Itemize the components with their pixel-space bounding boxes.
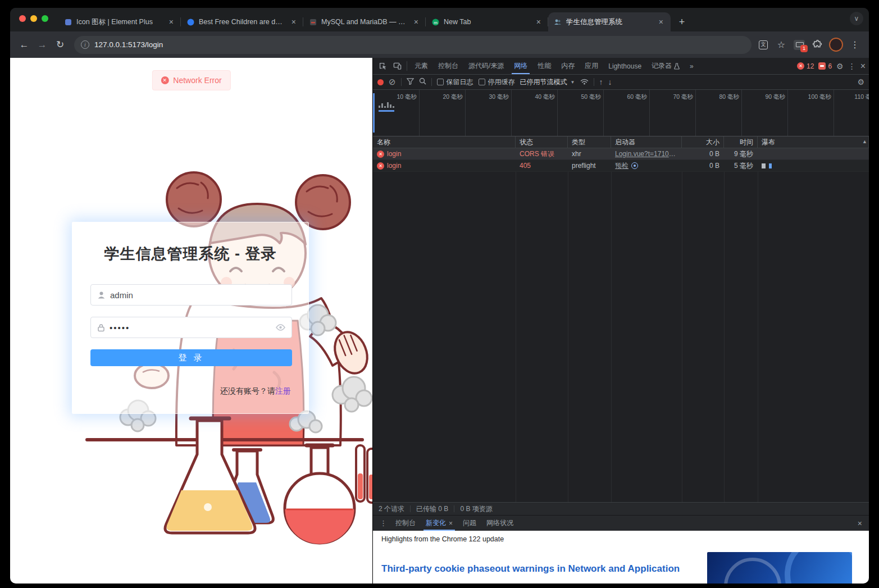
profile-avatar[interactable] bbox=[829, 38, 843, 52]
clear-network-log-icon[interactable]: ⊘ bbox=[389, 77, 396, 87]
tab-strip-right: ∨ bbox=[850, 8, 869, 31]
tab-close-icon[interactable]: × bbox=[290, 17, 298, 26]
toast-message: Network Error bbox=[173, 76, 221, 85]
drawer-tab-close-icon[interactable]: × bbox=[449, 519, 453, 527]
sqlalchemy-favicon bbox=[309, 18, 317, 26]
tab-mysql-mariadb[interactable]: MySQL and MariaDB — SQLA × bbox=[303, 12, 426, 31]
translate-icon[interactable]: 文 bbox=[757, 39, 769, 51]
disable-cache-checkbox[interactable]: 停用缓存 bbox=[479, 78, 515, 87]
filter-funnel-icon[interactable] bbox=[407, 78, 414, 86]
drawer-tab-whats-new[interactable]: 新变化 × bbox=[421, 516, 458, 531]
drawer-close-icon[interactable]: × bbox=[854, 519, 866, 528]
column-header-time[interactable]: 时间 bbox=[724, 136, 758, 148]
devtools-tab-performance[interactable]: 性能 bbox=[532, 58, 556, 74]
browser-menu-kebab-icon[interactable]: ⋮ bbox=[849, 39, 861, 51]
back-icon[interactable]: ← bbox=[16, 37, 33, 53]
transferred-size: 已传输 0 B bbox=[416, 504, 448, 514]
issues-badge[interactable]: 6 bbox=[818, 62, 832, 70]
error-circle-icon: ✕ bbox=[161, 76, 168, 84]
initiator-link[interactable]: Login.vue?t=17100… bbox=[615, 150, 677, 158]
address-bar[interactable]: i 127.0.0.1:5173/login bbox=[74, 36, 752, 54]
search-icon[interactable] bbox=[419, 78, 426, 86]
reload-icon[interactable]: ↻ bbox=[52, 37, 69, 53]
bookmark-star-icon[interactable]: ☆ bbox=[775, 39, 787, 51]
record-network-log-icon[interactable] bbox=[377, 79, 384, 85]
column-header-type[interactable]: 类型 bbox=[568, 136, 611, 148]
username-field[interactable] bbox=[90, 284, 292, 306]
devtools-tab-recorder[interactable]: 记录器 bbox=[646, 58, 685, 74]
export-har-icon[interactable]: ↓ bbox=[608, 78, 612, 86]
drawer-menu-kebab-icon[interactable]: ⋮ bbox=[376, 519, 390, 527]
tab-best-free-children[interactable]: Best Free Children are doing × bbox=[181, 12, 303, 31]
devtools-tab-sources[interactable]: 源代码/来源 bbox=[463, 58, 509, 74]
preserve-log-checkbox[interactable]: 保留日志 bbox=[437, 78, 473, 87]
tab-close-icon[interactable]: × bbox=[167, 17, 175, 26]
column-header-name[interactable]: 名称 bbox=[373, 136, 516, 148]
request-error-icon: ✕ bbox=[377, 151, 384, 158]
toolbar-actions: 文 ☆ 1 ⋮ bbox=[757, 38, 863, 52]
tab-search-chevron-icon[interactable]: ∨ bbox=[850, 12, 863, 25]
column-header-initiator[interactable]: 启动器 bbox=[611, 136, 682, 148]
column-header-waterfall[interactable]: 瀑布 bbox=[758, 136, 869, 148]
timeline-tick: 10 毫秒 bbox=[385, 93, 417, 101]
request-row-login-preflight[interactable]: ✕login 405 preflight 预检 0 B 5 毫秒 bbox=[373, 160, 869, 172]
tab-student-info-system[interactable]: 学生信息管理系统 × bbox=[548, 12, 671, 31]
devtools-settings-gear-icon[interactable]: ⚙ bbox=[836, 62, 844, 71]
tab-element-plus[interactable]: Icon 图标 | Element Plus × bbox=[58, 12, 181, 31]
preflight-info-icon[interactable] bbox=[631, 162, 638, 169]
whats-new-panel: Highlights from the Chrome 122 update Th… bbox=[373, 531, 869, 584]
timeline-tick: 50 毫秒 bbox=[570, 93, 601, 101]
network-settings-gear-icon[interactable]: ⚙ bbox=[857, 78, 864, 86]
timeline-drag-handle[interactable] bbox=[373, 93, 375, 133]
inspect-element-icon[interactable] bbox=[375, 58, 390, 74]
device-toolbar-icon[interactable] bbox=[390, 58, 404, 74]
whats-new-thumbnail[interactable] bbox=[707, 552, 852, 584]
extensions-puzzle-icon[interactable] bbox=[811, 39, 823, 51]
tab-new-tab[interactable]: m New Tab × bbox=[426, 12, 548, 31]
network-conditions-icon[interactable] bbox=[580, 78, 589, 86]
drawer-tab-console[interactable]: 控制台 bbox=[390, 516, 421, 531]
column-header-status[interactable]: 状态 bbox=[516, 136, 568, 148]
address-toolbar: ← → ↻ i 127.0.0.1:5173/login 文 ☆ 1 ⋮ bbox=[10, 31, 869, 58]
username-input[interactable] bbox=[110, 290, 285, 300]
drawer-tab-network-conditions[interactable]: 网络状况 bbox=[481, 516, 518, 531]
tab-close-icon[interactable]: × bbox=[657, 17, 665, 26]
devtools-menu-kebab-icon[interactable]: ⋮ bbox=[848, 62, 856, 71]
whats-new-heading[interactable]: Third-party cookie phaseout warnings in … bbox=[381, 563, 680, 575]
new-tab-button[interactable]: + bbox=[674, 14, 690, 30]
password-input[interactable] bbox=[110, 323, 271, 332]
content-area: ✕ Network Error 学生信息管理系统 - 登录 登 录 还没有账号？… bbox=[10, 58, 869, 584]
import-har-icon[interactable]: ↑ bbox=[599, 78, 603, 86]
drawer-tab-issues[interactable]: 问题 bbox=[458, 516, 481, 531]
devtools-tab-console[interactable]: 控制台 bbox=[433, 58, 463, 74]
initiator-link[interactable]: 预检 bbox=[615, 161, 628, 171]
login-button[interactable]: 登 录 bbox=[90, 349, 292, 366]
close-window-button[interactable] bbox=[19, 15, 26, 22]
site-info-icon[interactable]: i bbox=[81, 40, 89, 49]
screen-capture-extension-icon[interactable]: 1 bbox=[793, 39, 805, 51]
devtools-tab-application[interactable]: 应用 bbox=[580, 58, 603, 74]
console-errors-badge[interactable]: ✕ 12 bbox=[797, 62, 814, 70]
devtools-tab-network[interactable]: 网络 bbox=[509, 58, 532, 74]
request-row-login-cors[interactable]: ✕login CORS 错误 xhr Login.vue?t=17100… 0 … bbox=[373, 148, 869, 160]
tab-close-icon[interactable]: × bbox=[535, 17, 543, 26]
password-field[interactable] bbox=[90, 317, 292, 338]
devtools-tab-lighthouse[interactable]: Lighthouse bbox=[603, 58, 646, 74]
tab-label: Best Free Children are doing bbox=[199, 18, 285, 26]
minimize-window-button[interactable] bbox=[30, 15, 37, 22]
network-overview-timeline[interactable]: 10 毫秒 20 毫秒 30 毫秒 40 毫秒 50 毫秒 60 毫秒 70 毫… bbox=[373, 90, 869, 136]
sort-asc-icon[interactable]: ▲ bbox=[862, 139, 867, 144]
column-header-size[interactable]: 大小 bbox=[682, 136, 724, 148]
login-title: 学生信息管理系统 - 登录 bbox=[72, 244, 308, 264]
zoom-window-button[interactable] bbox=[42, 15, 48, 22]
eye-toggle-icon[interactable] bbox=[276, 324, 285, 331]
register-link[interactable]: 注册 bbox=[275, 386, 291, 395]
register-line: 还没有账号？请注册 bbox=[220, 386, 291, 396]
tab-close-icon[interactable]: × bbox=[412, 17, 420, 26]
devtools-tab-memory[interactable]: 内存 bbox=[556, 58, 580, 74]
forward-icon[interactable]: → bbox=[34, 37, 51, 53]
throttling-select[interactable]: 已停用节流模式 ▼ bbox=[520, 78, 575, 87]
devtools-tab-elements[interactable]: 元素 bbox=[409, 58, 433, 74]
devtools-close-icon[interactable]: × bbox=[860, 61, 866, 71]
more-tabs-icon[interactable]: » bbox=[685, 58, 699, 74]
